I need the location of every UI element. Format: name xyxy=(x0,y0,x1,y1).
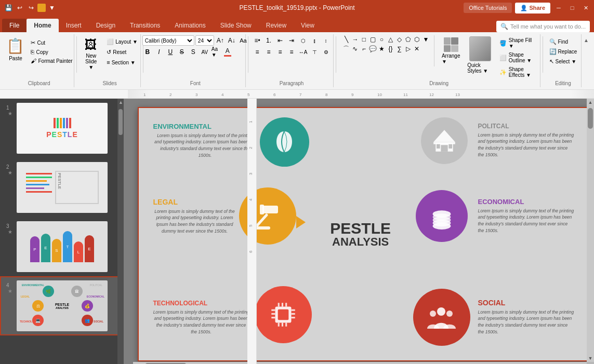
character-spacing-button[interactable]: AV xyxy=(200,47,210,57)
slide-item-3[interactable]: 3 ★ P E S T L E xyxy=(0,217,124,276)
tab-animations[interactable]: Animations xyxy=(167,19,213,32)
shape-ellipse-button[interactable]: ○ xyxy=(377,35,386,44)
shape-fill-button[interactable]: 🪣 Shape Fill ▼ xyxy=(497,36,536,50)
office-tutorials-button[interactable]: Office Tutorials xyxy=(464,3,512,13)
slide-item-2[interactable]: 2 ★ PESTLE xyxy=(0,158,124,217)
customize-qat-button[interactable]: ▼ xyxy=(47,3,57,13)
slide-thumb-1[interactable]: PESTLE xyxy=(17,103,108,154)
scroll-up-button[interactable]: ▲ xyxy=(118,100,123,105)
tab-view[interactable]: View xyxy=(294,19,322,32)
shape-line-button[interactable]: ╲ xyxy=(342,35,350,44)
slide-panel-scrollbar[interactable]: ▲ ▼ xyxy=(117,99,124,364)
slide-thumb-2[interactable]: PESTLE xyxy=(17,162,108,213)
align-center-button[interactable]: ≡ xyxy=(263,47,274,57)
shape-bracket-button[interactable]: {} xyxy=(386,45,394,53)
font-size-select[interactable]: 24 xyxy=(195,35,214,46)
minimize-button[interactable]: ─ xyxy=(553,3,564,13)
arrange-button[interactable]: Arrange ▼ xyxy=(439,35,463,66)
scroll-thumb-v[interactable] xyxy=(588,108,593,129)
scroll-right-arrow[interactable]: ► xyxy=(580,362,587,364)
tab-design[interactable]: Design xyxy=(89,19,123,32)
format-painter-button[interactable]: 🖌 Format Painter xyxy=(29,57,74,65)
line-spacing-button[interactable]: ↕ xyxy=(321,35,331,46)
scroll-up-arrow[interactable]: ▲ xyxy=(587,99,594,106)
tab-home[interactable]: Home xyxy=(27,19,58,32)
cut-button[interactable]: ✂ Cut xyxy=(29,38,74,47)
shape-callout-button[interactable]: 💬 xyxy=(368,45,377,53)
undo-button[interactable]: ↩ xyxy=(15,3,25,13)
smartart-button[interactable]: ⬡ xyxy=(298,35,308,46)
shape-action-button[interactable]: ▷ xyxy=(404,45,412,53)
align-left-button[interactable]: ≡ xyxy=(252,47,262,57)
save-button[interactable]: 💾 xyxy=(3,3,14,13)
bullets-button[interactable]: ≡• xyxy=(252,35,262,46)
shape-diamond-button[interactable]: ◇ xyxy=(395,35,403,44)
replace-button[interactable]: 🔄 Replace xyxy=(547,47,579,56)
scroll-down-arrow[interactable]: ▼ xyxy=(587,355,594,362)
paste-button[interactable]: 📋 Paste xyxy=(3,35,28,63)
shape-triangle-button[interactable]: △ xyxy=(386,35,394,44)
quick-styles-button[interactable]: Quick Styles ▼ xyxy=(465,35,495,75)
share-button[interactable]: 👤 Share xyxy=(515,3,550,14)
increase-indent-button[interactable]: ⇥ xyxy=(286,35,297,46)
shape-rect-button[interactable]: □ xyxy=(360,35,368,44)
tab-insert[interactable]: Insert xyxy=(59,19,89,32)
shape-cross-button[interactable]: ✕ xyxy=(413,45,421,53)
slide-item-4[interactable]: 4 ★ ENVIRONMENTAL POLITCAL LEGAL ECONOMI… xyxy=(0,276,124,335)
shape-curve-button[interactable]: ⌒ xyxy=(342,45,350,53)
columns-button[interactable]: ⫿ xyxy=(309,35,320,46)
slide-thumb-3[interactable]: P E S T L E xyxy=(17,221,108,272)
maximize-button[interactable]: □ xyxy=(567,3,577,13)
shape-effects-button[interactable]: ✨ Shape Effects ▼ xyxy=(497,65,536,79)
shape-equation-button[interactable]: ∑ xyxy=(395,45,403,53)
clear-formatting-button[interactable]: Aa xyxy=(238,35,248,46)
decrease-font-button[interactable]: A↓ xyxy=(227,35,237,46)
shape-more-button[interactable]: ▼ xyxy=(421,35,430,44)
font-color-button[interactable]: A xyxy=(222,47,233,57)
close-button[interactable]: ✕ xyxy=(580,3,591,13)
select-button[interactable]: ↖ Select ▼ xyxy=(547,57,578,66)
scroll-left-arrow[interactable]: ◄ xyxy=(133,362,140,364)
slide-canvas[interactable]: ENVIRONMENTAL Lorem Ipsum is simply dumm… xyxy=(138,107,590,361)
shape-freeform-button[interactable]: ∿ xyxy=(351,45,359,53)
align-right-button[interactable]: ≡ xyxy=(275,47,285,57)
new-slide-button[interactable]: 🖼 NewSlide ▼ xyxy=(80,35,102,72)
shape-star-button[interactable]: ★ xyxy=(377,45,386,53)
main-scrollbar-h[interactable]: ◄ ► xyxy=(133,362,587,364)
layout-button[interactable]: ⬜ Layout ▼ xyxy=(104,37,140,46)
increase-font-button[interactable]: A↑ xyxy=(215,35,226,46)
change-case-button[interactable]: Aa ▼ xyxy=(211,47,221,57)
reset-button[interactable]: ↺ Reset xyxy=(104,48,140,57)
shape-arrow-button[interactable]: → xyxy=(351,35,359,44)
tab-file[interactable]: File xyxy=(2,19,27,32)
italic-button[interactable]: I xyxy=(154,47,164,57)
tab-slideshow[interactable]: Slide Show xyxy=(213,19,259,32)
align-text-button[interactable]: ⊤ xyxy=(309,47,320,57)
shadow-button[interactable]: S xyxy=(188,47,199,57)
decrease-indent-button[interactable]: ⇤ xyxy=(275,35,285,46)
justify-button[interactable]: ≡ xyxy=(286,47,297,57)
redo-button[interactable]: ↪ xyxy=(26,3,36,13)
slide-item-1[interactable]: 1 ★ PESTLE xyxy=(0,99,124,158)
bold-button[interactable]: B xyxy=(142,47,153,57)
tell-me-input[interactable]: Tell me what you want to do... xyxy=(510,23,586,30)
tab-transitions[interactable]: Transitions xyxy=(123,19,167,32)
font-family-select[interactable]: Calibri (Body) xyxy=(142,35,194,46)
text-direction-button[interactable]: ↔A xyxy=(298,47,308,57)
numbering-button[interactable]: 1. xyxy=(263,35,274,46)
section-button[interactable]: ≡ Section ▼ xyxy=(104,58,140,66)
shape-connector-button[interactable]: ⌐ xyxy=(360,45,368,53)
underline-button[interactable]: U xyxy=(165,47,176,57)
shape-outline-button[interactable]: ⬜ Shape Outline ▼ xyxy=(497,51,536,64)
shape-pentagon-button[interactable]: ⬠ xyxy=(404,35,412,44)
find-button[interactable]: 🔍 Find xyxy=(547,37,570,46)
shape-hexagon-button[interactable]: ⬡ xyxy=(413,35,421,44)
convert-smartart-button[interactable]: ⚙ xyxy=(321,47,331,57)
ribbon-collapse-button[interactable]: ▲ xyxy=(583,36,590,44)
strikethrough-button[interactable]: S xyxy=(177,47,187,57)
shape-rounded-button[interactable]: ▢ xyxy=(368,35,377,44)
scroll-thumb[interactable] xyxy=(118,109,123,135)
main-scrollbar-v[interactable]: ▲ ▼ xyxy=(587,99,594,362)
tab-review[interactable]: Review xyxy=(259,19,294,32)
copy-button[interactable]: ⎘ Copy xyxy=(29,48,74,56)
